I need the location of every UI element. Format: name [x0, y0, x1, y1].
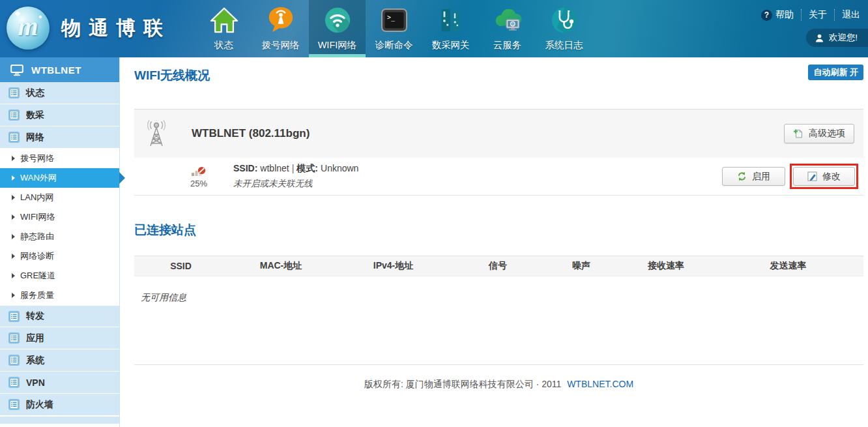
sidebar-subitem-wan[interactable]: WAN外网 — [0, 168, 119, 188]
ssid-block: SSID:wtblnet|模式:Unknown 未开启或未关联无线 — [233, 163, 358, 190]
home-icon — [209, 5, 240, 36]
wifi-status-note: 未开启或未关联无线 — [233, 178, 358, 190]
gateway-icon — [435, 5, 467, 36]
sidebar-item-label: 转发 — [26, 310, 44, 322]
caret-right-icon — [12, 273, 15, 278]
welcome-badge[interactable]: 欢迎您! — [806, 29, 868, 47]
subitem-label: 静态路由 — [20, 231, 54, 243]
col-tx-rate: 发送速率 — [713, 260, 863, 272]
col-ssid: SSID — [134, 261, 227, 271]
sidebar-subitem-gre[interactable]: GRE隧道 — [0, 266, 119, 286]
wifi-panel: WTBLNET (802.11bgn) 高级选项 25% — [134, 109, 863, 196]
mode-label: 模式: — [297, 163, 318, 173]
modify-button[interactable]: 修改 — [793, 167, 855, 186]
help-link[interactable]: ? 帮助 — [761, 9, 794, 21]
col-signal: 信号 — [452, 260, 543, 272]
sidebar-item-label: 系统 — [26, 355, 44, 366]
brand-logo-sphere: m — [7, 7, 50, 50]
list-icon — [8, 332, 20, 344]
stations-section-title: 已连接站点 — [134, 222, 863, 239]
help-icon: ? — [761, 10, 772, 21]
subitem-label: WIFI网络 — [20, 211, 55, 223]
caret-right-icon — [12, 175, 15, 181]
antenna-icon — [143, 119, 169, 148]
signal-block: 25% — [184, 165, 214, 188]
tab-label: 诊断命令 — [375, 39, 413, 52]
footer-divider — [134, 364, 863, 365]
ssid-line: SSID:wtblnet|模式:Unknown — [233, 163, 358, 175]
sidebar-subitem-diagnosis[interactable]: 网络诊断 — [0, 246, 119, 266]
wifi-action-buttons: 启用 修改 — [722, 164, 858, 189]
sidebar-item-vpn[interactable]: VPN — [0, 372, 119, 394]
welcome-label: 欢迎您! — [829, 32, 858, 44]
subitem-label: LAN内网 — [20, 192, 53, 203]
tab-label: 系统日志 — [545, 39, 583, 52]
enable-button[interactable]: 启用 — [722, 167, 785, 186]
main-nav: 状态 拨号网络 WIFI网络 >_ 诊断命令 数采网关 — [195, 0, 592, 57]
tab-wifi-network[interactable]: WIFI网络 — [309, 0, 366, 57]
sidebar: WTBLNET 状态 数采 网络 拨号网络 WAN外网 LAN内网 WIFI网络… — [0, 57, 120, 427]
mode-value: Unknown — [321, 163, 358, 173]
caret-right-icon — [12, 195, 15, 200]
ssid-label: SSID: — [233, 163, 257, 173]
tab-dialup-network[interactable]: 拨号网络 — [252, 0, 309, 57]
brand-logo-letter: m — [18, 11, 38, 42]
list-icon — [8, 377, 20, 388]
footer-link[interactable]: WTBLNET.COM — [567, 379, 633, 389]
about-link[interactable]: 关于 — [801, 9, 827, 21]
refresh-icon — [737, 171, 747, 181]
sidebar-item-system[interactable]: 系统 — [0, 349, 119, 372]
tab-label: 拨号网络 — [262, 39, 300, 52]
separator: | — [292, 163, 295, 173]
caret-right-icon — [12, 214, 15, 220]
tab-status[interactable]: 状态 — [195, 0, 252, 57]
sidebar-item-firewall[interactable]: 防火墙 — [0, 394, 119, 416]
subitem-label: WAN外网 — [20, 172, 57, 184]
sidebar-item-label: 数采 — [26, 110, 44, 121]
footer: 版权所有: 厦门物通博联网络科技有限公司 · 2011 WTBLNET.COM — [134, 379, 863, 390]
tab-system-log[interactable]: 系统日志 — [536, 0, 592, 57]
sidebar-header-label: WTBLNET — [31, 65, 81, 76]
tab-cloud-service[interactable]: 云服务 — [479, 0, 536, 57]
sidebar-item-data-collect[interactable]: 数采 — [0, 104, 119, 126]
stations-table-header: SSID MAC-地址 IPv4-地址 信号 噪声 接收速率 发送速率 — [134, 256, 863, 276]
list-icon — [8, 399, 20, 410]
sidebar-subitem-wifi[interactable]: WIFI网络 — [0, 207, 119, 227]
logout-label: 退出 — [842, 9, 860, 21]
signal-disabled-icon — [191, 165, 207, 177]
tab-label: 数采网关 — [432, 39, 470, 52]
cloud-icon — [492, 5, 523, 36]
tab-label: 状态 — [214, 39, 233, 52]
caret-right-icon — [12, 254, 15, 259]
brand-logo: m 物通博联 — [7, 7, 171, 50]
page-title: WIFI无线概况 — [134, 67, 863, 84]
tab-diagnostic-command[interactable]: >_ 诊断命令 — [366, 0, 422, 57]
wifi-panel-header: WTBLNET (802.11bgn) 高级选项 — [134, 110, 863, 158]
sidebar-subitem-static-route[interactable]: 静态路由 — [0, 227, 119, 246]
sidebar-item-label: 网络 — [26, 132, 44, 143]
signal-percent: 25% — [190, 179, 207, 188]
sidebar-item-forward[interactable]: 转发 — [0, 305, 119, 327]
help-label: 帮助 — [775, 9, 794, 21]
tab-data-gateway[interactable]: 数采网关 — [422, 0, 479, 57]
advanced-options-button[interactable]: 高级选项 — [784, 124, 854, 143]
sidebar-item-network[interactable]: 网络 — [0, 126, 119, 149]
sidebar-subitem-dialup[interactable]: 拨号网络 — [0, 149, 119, 168]
edit-pencil-icon — [807, 171, 817, 181]
modify-label: 修改 — [822, 171, 841, 183]
col-mac: MAC-地址 — [227, 260, 334, 272]
stethoscope-icon — [549, 5, 580, 36]
logout-link[interactable]: 退出 — [834, 9, 860, 21]
caret-right-icon — [12, 293, 15, 298]
about-label: 关于 — [809, 9, 827, 21]
topbar: m 物通博联 状态 拨号网络 WIFI网络 >_ 诊断命令 — [0, 0, 868, 57]
ssid-value: wtblnet — [260, 163, 289, 173]
sidebar-subitem-qos[interactable]: 服务质量 — [0, 286, 119, 305]
wifi-icon — [322, 5, 353, 36]
sidebar-item-status[interactable]: 状态 — [0, 82, 119, 104]
auto-refresh-toggle[interactable]: 自动刷新 开 — [808, 65, 863, 80]
caret-right-icon — [12, 234, 15, 239]
sidebar-item-apps[interactable]: 应用 — [0, 327, 119, 349]
sidebar-subitem-lan[interactable]: LAN内网 — [0, 188, 119, 207]
col-ipv4: IPv4-地址 — [334, 260, 452, 272]
